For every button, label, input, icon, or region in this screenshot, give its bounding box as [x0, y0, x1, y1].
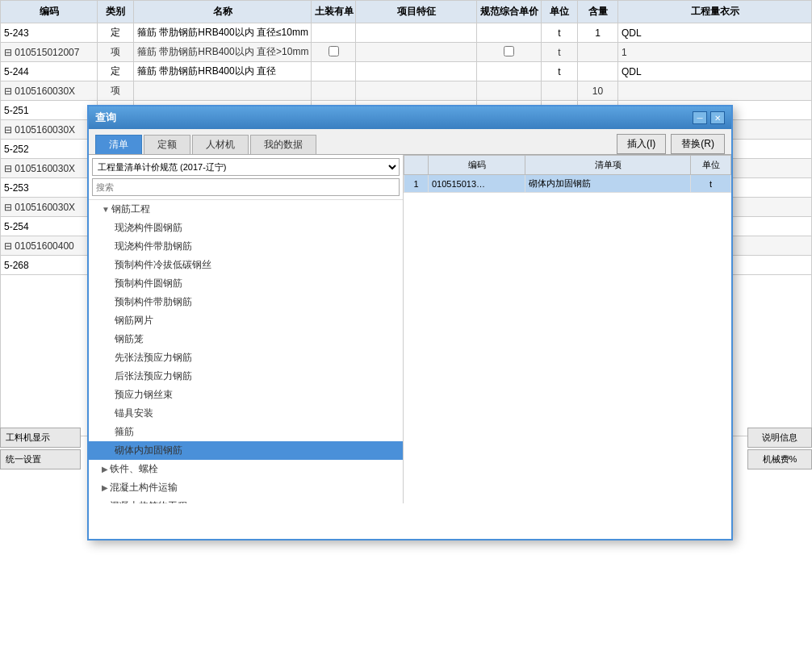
result-table: 编码 清单项 单位 1 010515013… 砌体内加固钢筋 t: [404, 155, 731, 193]
result-col-code: 编码: [429, 156, 525, 175]
cell-code: ⊟ 0105160030X: [1, 81, 98, 101]
tree-item-gujin[interactable]: 箍筋: [89, 423, 403, 441]
unified-settings-button[interactable]: 统一设置: [0, 449, 81, 469]
cell-qty: [578, 62, 618, 81]
tree-item-yuanzhu-yuan[interactable]: 现浇构件圆钢筋: [89, 219, 403, 237]
tab-dinge[interactable]: 定额: [144, 135, 190, 154]
cell-qdl: QDL: [618, 62, 812, 81]
tree-item-gangwangpian[interactable]: 钢筋网片: [89, 311, 403, 330]
tree-item-tiejian[interactable]: ▶铁件、螺栓: [89, 460, 403, 478]
dialog-minimize-button[interactable]: ─: [693, 111, 707, 124]
tree-item-label: 预制构件带肋钢筋: [115, 296, 192, 307]
result-cell-unit: t: [691, 175, 731, 193]
col-header-feature: 项目特征: [356, 1, 477, 23]
tree-item-label: 现浇构件圆钢筋: [115, 222, 182, 233]
standard-filter-select[interactable]: 工程量清单计价规范 (2017-辽宁): [92, 158, 400, 176]
tree-filter: 工程量清单计价规范 (2017-辽宁): [89, 155, 403, 200]
tree-item-gangjin[interactable]: ▼钢筋工程: [89, 200, 403, 219]
col-header-type: 类别: [98, 1, 134, 23]
col-header-unit: 单位: [542, 1, 578, 23]
cell-unit: [542, 81, 578, 101]
tree-item-maoju[interactable]: 锚具安装: [89, 404, 403, 423]
tree-item-label: 混凝土构筑物工程: [110, 500, 187, 503]
expand-arrow-icon-3: ▶: [102, 483, 108, 492]
result-col-name: 清单项: [525, 156, 691, 175]
expand-arrow-icon: ▼: [102, 205, 110, 214]
cell-unit: t: [542, 62, 578, 81]
cell-feature: [356, 43, 477, 62]
table-row[interactable]: 5-243 定 箍筋 带肋钢筋HRB400以内 直径≤10mm t 1 QDL: [1, 23, 812, 43]
tree-item-yuzhi-dai[interactable]: 预制构件带肋钢筋: [89, 293, 403, 311]
insert-button[interactable]: 插入(I): [617, 134, 666, 154]
cell-price-check[interactable]: [477, 43, 542, 62]
tree-item-yuzhi-leng[interactable]: 预制构件冷拔低碳钢丝: [89, 256, 403, 274]
tree-item-label: 砌体内加固钢筋: [115, 444, 182, 456]
cell-price: [477, 23, 542, 43]
cell-qdl: [618, 81, 812, 101]
dialog-close-button[interactable]: ✕: [710, 111, 725, 124]
tree-item-label: 锚具安装: [115, 407, 153, 419]
cell-unit: t: [542, 43, 578, 62]
cell-qdl: QDL: [618, 23, 812, 43]
col-header-code: 编码: [1, 1, 98, 23]
right-sidebar: 说明信息 机械费%: [747, 428, 812, 469]
table-row[interactable]: ⊟ 0105160030X 项 10: [1, 81, 812, 101]
result-row[interactable]: 1 010515013… 砌体内加固钢筋 t: [404, 175, 731, 193]
tree-item-label: 箍筋: [115, 426, 134, 437]
tree-container: ▼钢筋工程 现浇构件圆钢筋 现浇构件带肋钢筋 预制构件冷拔低碳钢丝 预制构件圆钢…: [89, 200, 403, 503]
cell-price: [477, 81, 542, 101]
replace-button[interactable]: 替换(R): [671, 134, 725, 154]
result-cell-name: 砌体内加固钢筋: [525, 175, 691, 193]
tab-qingdan[interactable]: 清单: [95, 135, 142, 154]
mechanical-fee-button[interactable]: 机械费%: [747, 449, 812, 469]
gongliaoji-display-button[interactable]: 工料机显示: [0, 428, 81, 448]
tree-item-yuanzhu-dai[interactable]: 现浇构件带肋钢筋: [89, 237, 403, 256]
left-sidebar: 工料机显示 统一设置: [0, 428, 81, 469]
cell-code: 5-252: [1, 140, 98, 159]
cell-land: [312, 62, 356, 81]
col-header-qty: 含量: [578, 1, 618, 23]
dialog-title: 查询: [95, 111, 693, 125]
dialog-body: 工程量清单计价规范 (2017-辽宁) ▼钢筋工程 现浇构件圆钢筋 现浇构件带肋…: [89, 155, 731, 503]
result-col-unit: 单位: [691, 156, 731, 175]
price-checkbox[interactable]: [504, 46, 514, 56]
cell-qty: 10: [578, 81, 618, 101]
land-checkbox[interactable]: [329, 46, 339, 56]
cell-land: [312, 81, 356, 101]
tree-item-hunningtu-yunshu[interactable]: ▶混凝土构件运输: [89, 478, 403, 497]
cell-unit: t: [542, 23, 578, 43]
tree-item-yuzhi-yuan[interactable]: 预制构件圆钢筋: [89, 274, 403, 293]
cell-land[interactable]: [312, 43, 356, 62]
result-col-num: [404, 156, 429, 175]
cell-code: 5-244: [1, 62, 98, 81]
result-cell-num: 1: [404, 175, 429, 193]
tree-item-label: 钢筋工程: [111, 203, 150, 215]
tree-item-label: 现浇构件带肋钢筋: [115, 240, 192, 252]
tab-rencaiji[interactable]: 人材机: [192, 135, 249, 154]
tab-mydata[interactable]: 我的数据: [250, 135, 316, 154]
dialog-title-buttons: ─ ✕: [693, 111, 725, 124]
tree-item-houzhang[interactable]: 后张法预应力钢筋: [89, 367, 403, 386]
tree-item-qiti-jiagu[interactable]: 砌体内加固钢筋: [89, 441, 403, 460]
cell-feature: [356, 62, 477, 81]
cell-code: ⊟ 0105160030X: [1, 159, 98, 178]
expand-arrow-icon-2: ▶: [102, 465, 108, 474]
dialog-titlebar: 查询 ─ ✕: [89, 106, 731, 129]
tree-item-xianzhang[interactable]: 先张法预应力钢筋: [89, 348, 403, 367]
table-row[interactable]: ⊟ 010515012007 项 箍筋 带肋钢筋HRB400以内 直径>10mm…: [1, 43, 812, 62]
tree-item-hunningtu-zhuzhu[interactable]: ▶混凝土构筑物工程: [89, 497, 403, 503]
cell-feature: [356, 81, 477, 101]
tree-item-label: 后张法预应力钢筋: [115, 370, 192, 382]
cell-land: [312, 23, 356, 43]
tree-item-yuyingshu[interactable]: 预应力钢丝束: [89, 386, 403, 404]
search-input[interactable]: [92, 178, 400, 196]
tree-item-ganglong[interactable]: 钢筋笼: [89, 330, 403, 348]
table-row[interactable]: 5-244 定 箍筋 带肋钢筋HRB400以内 直径 t QDL: [1, 62, 812, 81]
description-info-button[interactable]: 说明信息: [747, 428, 812, 448]
col-header-name: 名称: [134, 1, 312, 23]
tree-item-label: 钢筋笼: [115, 333, 144, 344]
cell-code: 5-268: [1, 256, 98, 275]
cell-type: 项: [98, 81, 134, 101]
cell-code: 5-253: [1, 178, 98, 198]
cell-qty: [578, 43, 618, 62]
